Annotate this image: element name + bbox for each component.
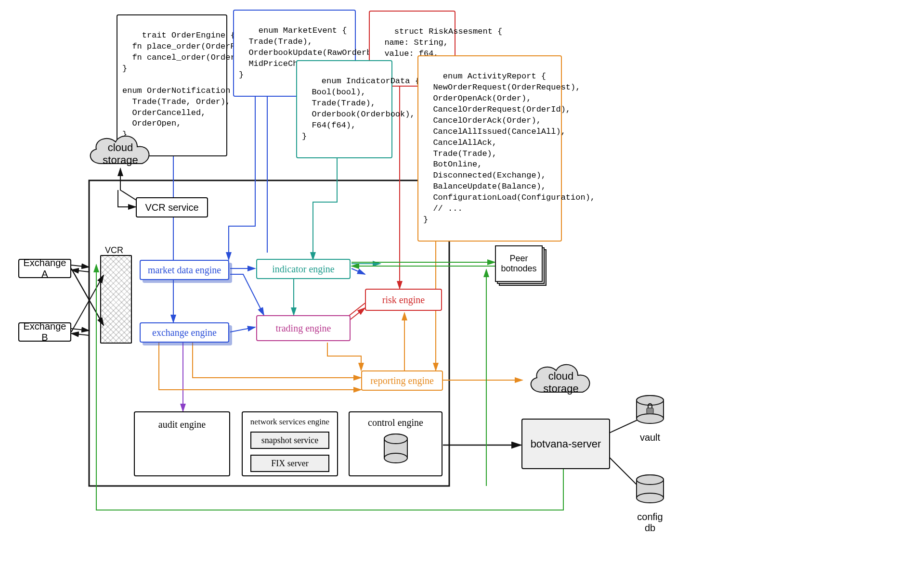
fix-server-label: FIX server	[271, 459, 308, 469]
cloud-storage-top: cloud storage	[82, 125, 159, 178]
code-activity-report: enum ActivityReport { NewOrderRequest(Or…	[417, 55, 562, 242]
botvana-server-label: botvana-server	[531, 438, 601, 450]
peer-botnodes: Peer botnodes	[495, 245, 548, 289]
audit-engine-label: audit engine	[158, 419, 206, 430]
config-db-label: config db	[631, 511, 669, 534]
cylinder-icon	[633, 395, 667, 428]
risk-engine-label: risk engine	[382, 294, 425, 306]
trading-engine-label: trading engine	[276, 323, 331, 334]
snapshot-service-label: snapshot service	[261, 435, 318, 446]
snapshot-service-box: snapshot service	[250, 432, 329, 449]
code-indicator-data: enum IndicatorData { Bool(bool), Trade(T…	[296, 60, 392, 158]
reporting-engine-label: reporting engine	[370, 375, 434, 386]
exchange-a-label: Exchange A	[22, 257, 67, 280]
svg-point-28	[637, 414, 664, 423]
reporting-engine: reporting engine	[361, 370, 443, 391]
svg-line-1	[71, 265, 89, 267]
exchange-engine-label: exchange engine	[152, 327, 217, 338]
exchange-b-box: Exchange B	[18, 322, 71, 342]
cloud-storage-right: cloud storage	[522, 354, 599, 407]
vault-db: vault	[631, 395, 669, 443]
svg-point-24	[384, 453, 407, 463]
svg-point-25	[384, 434, 407, 444]
audit-engine: audit engine	[134, 411, 230, 476]
code-text: enum ActivityReport { NewOrderRequest(Or…	[423, 72, 595, 224]
vcr-service-label: VCR service	[145, 202, 198, 213]
svg-line-4	[71, 333, 89, 335]
vcr-label: VCR	[105, 245, 123, 255]
cloud-label: cloud storage	[82, 141, 159, 166]
market-data-engine-label: market data engine	[148, 265, 221, 276]
vault-label: vault	[631, 432, 669, 443]
indicator-engine: indicator engine	[256, 259, 351, 279]
config-db: config db	[631, 474, 669, 534]
svg-line-7	[71, 275, 104, 332]
svg-line-2	[71, 270, 89, 272]
control-engine: control engine	[349, 411, 442, 476]
svg-line-6	[71, 268, 104, 325]
cloud-label: cloud storage	[522, 370, 599, 395]
cylinder-icon	[381, 433, 410, 467]
market-data-engine: market data engine	[140, 260, 229, 280]
control-engine-label: control engine	[352, 417, 439, 428]
cylinder-icon	[633, 474, 667, 508]
peer-botnodes-label: Peer botnodes	[501, 254, 536, 274]
fix-server-box: FIX server	[250, 455, 329, 472]
network-services-engine-label: network services engine	[246, 417, 334, 427]
svg-point-33	[637, 493, 664, 503]
svg-point-34	[637, 475, 664, 485]
exchange-engine: exchange engine	[140, 322, 229, 343]
risk-engine: risk engine	[365, 289, 442, 311]
indicator-engine-label: indicator engine	[272, 264, 334, 275]
trading-engine: trading engine	[256, 315, 351, 341]
exchange-b-label: Exchange B	[22, 321, 67, 343]
botvana-server: botvana-server	[521, 419, 610, 469]
vcr-service-box: VCR service	[136, 197, 208, 217]
svg-line-9	[230, 327, 255, 332]
svg-line-5	[71, 268, 104, 325]
exchange-a-box: Exchange A	[18, 259, 71, 278]
vcr-block	[100, 255, 132, 344]
svg-line-11	[351, 268, 365, 274]
svg-line-3	[71, 329, 89, 331]
svg-rect-30	[647, 408, 653, 414]
network-services-engine: network services engine snapshot service…	[242, 411, 338, 476]
